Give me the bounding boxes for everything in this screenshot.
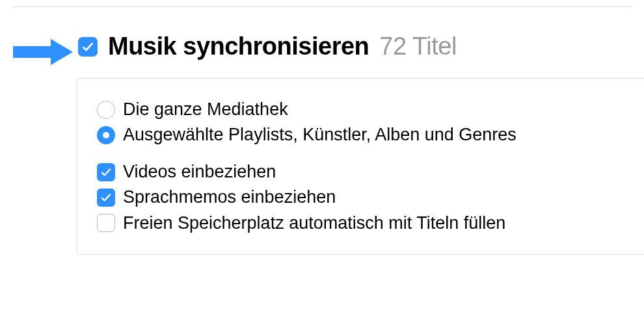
sync-music-title: Musik synchronisieren [108,32,369,60]
svg-marker-1 [51,39,73,65]
checkbox-row-autofill-free-space: Freien Speicherplatz automatisch mit Tit… [97,211,626,236]
check-icon [100,166,112,178]
radio-selected-items-label: Ausgewählte Playlists, Künstler, Alben u… [123,122,517,148]
radio-entire-library[interactable] [97,101,115,119]
checkbox-row-include-videos: Videos einbeziehen [97,159,626,185]
include-voice-memos-checkbox[interactable] [97,188,115,207]
autofill-free-space-checkbox[interactable] [97,214,115,232]
checkbox-row-include-voice-memos: Sprachmemos einbeziehen [97,185,626,210]
callout-arrow-icon [13,38,73,66]
include-videos-label: Videos einbeziehen [123,159,276,185]
sync-music-checkbox[interactable] [78,37,98,57]
autofill-free-space-label: Freien Speicherplatz automatisch mit Tit… [123,211,505,236]
radio-entire-library-label: Die ganze Mediathek [123,97,288,122]
sync-music-header: Musik synchronisieren 72 Titel [78,32,457,60]
sync-music-count: 72 Titel [379,32,457,60]
include-videos-checkbox[interactable] [97,163,115,181]
include-voice-memos-label: Sprachmemos einbeziehen [123,185,336,210]
divider [13,6,631,7]
radio-selected-items[interactable] [97,126,115,144]
radio-row-entire-library: Die ganze Mediathek [97,97,626,122]
check-icon [100,192,112,203]
radio-row-selected-items: Ausgewählte Playlists, Künstler, Alben u… [97,122,626,148]
check-icon [81,40,94,53]
sync-options-panel: Die ganze Mediathek Ausgewählte Playlist… [77,78,644,255]
